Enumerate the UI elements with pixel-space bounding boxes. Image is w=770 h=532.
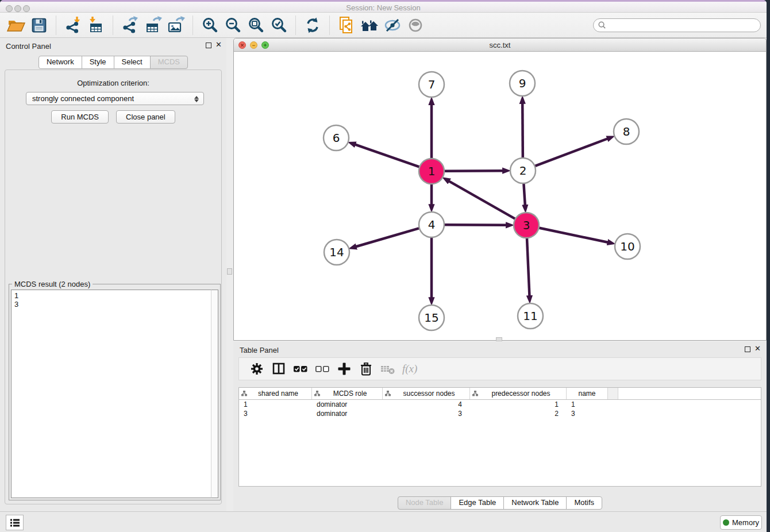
zoom-selected-icon[interactable] [269,16,288,35]
edge-3-10[interactable] [539,228,609,242]
vertical-split-handle[interactable] [227,268,232,275]
open-session-icon[interactable] [6,16,26,35]
tab-motifs[interactable]: Motifs [566,496,602,510]
table-cell[interactable]: 1 [239,400,312,409]
mcds-tab-content: Optimization criterion: strongly connect… [5,70,222,504]
criterion-dropdown[interactable]: strongly connected component [26,92,204,105]
edge-2-8[interactable] [535,138,609,166]
optimization-criterion-label: Optimization criterion: [5,79,221,87]
close-panel-button[interactable]: Close panel [116,110,175,124]
export-network-icon[interactable] [120,16,140,35]
edge-3-1[interactable] [449,181,515,219]
create-column-plus-icon[interactable] [336,360,353,377]
network-canvas[interactable]: 7968124314101511 [234,52,766,340]
edge-3-11[interactable] [527,238,530,296]
table-cell[interactable]: dominator [312,409,383,418]
table-panel-title: Table Panel [240,346,279,354]
delete-column-trash-icon[interactable] [357,360,375,377]
apply-layout-icon[interactable] [303,16,322,35]
tab-node-table[interactable]: Node Table [398,496,452,510]
node-4[interactable]: 4 [419,212,444,237]
node-11[interactable]: 11 [518,303,543,329]
mcds-result-text[interactable]: 1 3 [11,290,211,498]
toolbar-separator [329,16,330,35]
save-session-icon[interactable] [29,16,49,35]
tab-network[interactable]: Network [38,56,82,69]
float-table-panel-icon[interactable] [745,346,750,352]
memory-button[interactable]: Memory [720,515,762,530]
unselect-all-columns-icon[interactable] [314,360,331,377]
tab-select[interactable]: Select [114,56,151,69]
task-history-button[interactable] [6,515,24,530]
table-cell[interactable]: 1 [470,400,567,409]
table-cell[interactable]: 3 [239,409,312,418]
table-cell[interactable]: 2 [470,409,567,418]
toolbar-separator [192,16,193,35]
import-network-icon[interactable] [63,16,83,35]
show-all-icon[interactable] [406,16,425,35]
select-all-columns-icon[interactable] [292,360,309,377]
column-header-shared-name[interactable]: shared name [239,388,312,399]
table-cell[interactable]: 3 [567,409,608,418]
search-input[interactable] [606,20,760,30]
edge-2-3[interactable] [523,183,525,206]
node-2[interactable]: 2 [510,158,536,183]
export-table-icon[interactable] [143,16,163,35]
mcds-result-legend: MCDS result (2 nodes) [12,280,93,288]
result-scrollbar[interactable] [211,290,218,498]
search-field[interactable] [593,18,761,32]
export-image-icon[interactable] [166,16,186,35]
table-cell[interactable]: 4 [383,400,470,409]
tab-edge-table[interactable]: Edge Table [451,496,504,510]
horizontal-split-handle[interactable] [496,337,502,341]
tab-mcds[interactable]: MCDS [150,56,188,69]
node-1[interactable]: 1 [419,159,444,184]
edge-4-14[interactable] [356,228,419,246]
attribute-tree-icon [314,391,320,396]
hide-selected-icon[interactable] [383,16,402,35]
table-cell[interactable]: dominator [312,400,383,409]
close-table-panel-icon[interactable]: ✕ [754,344,761,353]
column-header-name[interactable]: name [567,388,608,399]
window-title: Session: New Session [0,3,767,12]
table-options-gear-icon[interactable] [248,360,265,377]
node-14[interactable]: 14 [324,240,349,265]
network-from-selection-icon[interactable] [337,16,356,35]
first-neighbors-icon[interactable] [360,16,379,35]
tab-network-table[interactable]: Network Table [503,496,567,510]
edge-1-6[interactable] [355,144,419,167]
float-panel-icon[interactable] [206,43,211,48]
node-15[interactable]: 15 [419,305,444,330]
main-toolbar [0,13,767,38]
show-column-panel-icon[interactable] [270,360,287,377]
close-panel-icon[interactable]: ✕ [215,40,222,49]
table-row[interactable]: 1dominator411 [239,400,761,409]
node-label: 9 [519,76,526,90]
attribute-tree-icon [241,391,247,396]
tab-style[interactable]: Style [82,56,114,69]
node-3[interactable]: 3 [514,213,539,238]
node-9[interactable]: 9 [510,71,535,96]
zoom-in-icon[interactable] [200,16,220,35]
column-header-predecessor-nodes[interactable]: predecessor nodes [470,388,567,399]
node-table: shared nameMCDS rolesuccessor nodesprede… [238,387,761,487]
criterion-value: strongly connected component [32,94,134,103]
table-cell[interactable]: 3 [383,409,470,418]
zoom-out-icon[interactable] [223,16,242,35]
table-cell[interactable]: 1 [567,400,608,409]
table-row[interactable]: 3dominator323 [239,409,761,418]
edge-4-3[interactable] [444,225,507,225]
dropdown-stepper-icon [193,94,199,104]
zoom-fit-icon[interactable] [246,16,265,35]
column-header-MCDS-role[interactable]: MCDS role [312,388,383,399]
node-7[interactable]: 7 [419,72,444,97]
node-8[interactable]: 8 [614,119,639,144]
node-6[interactable]: 6 [324,125,349,151]
edge-1-2[interactable] [444,171,503,171]
import-table-icon[interactable] [86,16,106,35]
delete-table-icon [379,360,396,377]
column-header-successor-nodes[interactable]: successor nodes [383,388,470,399]
edge-2-9[interactable] [522,103,523,158]
node-10[interactable]: 10 [615,234,640,259]
run-mcds-button[interactable]: Run MCDS [51,110,109,124]
